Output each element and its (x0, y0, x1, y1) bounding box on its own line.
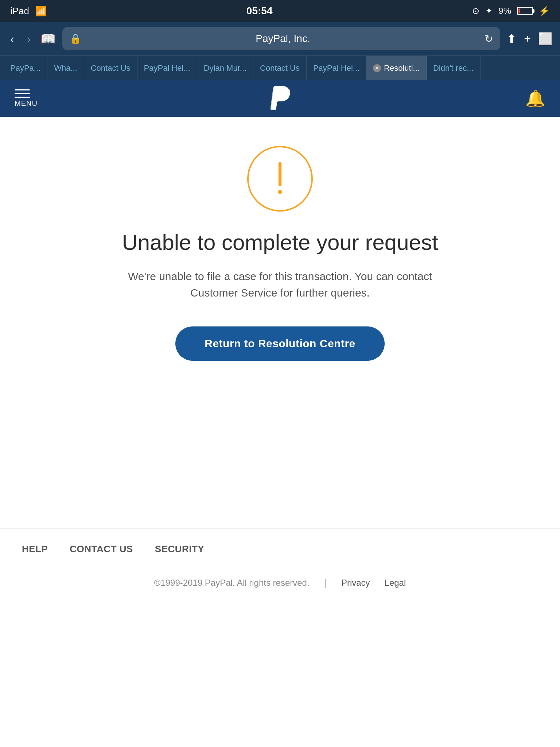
tab-2-label: Contact Us (91, 63, 131, 73)
footer-legal-link[interactable]: Legal (385, 578, 406, 588)
tab-resolution-active[interactable]: ✕ Resoluti... (366, 56, 427, 80)
main-content: Unable to complete your request We're un… (0, 117, 560, 529)
tab-6-label: PayPal Hel... (313, 63, 359, 73)
tabs-bar: PayPa... Wha... Contact Us PayPal Hel...… (0, 55, 560, 80)
error-title: Unable to complete your request (122, 230, 438, 255)
wifi-icon: 📶 (35, 5, 47, 17)
device-label: iPad (10, 5, 29, 17)
reload-button[interactable]: ↻ (485, 33, 493, 45)
menu-button[interactable] (15, 89, 30, 98)
back-button[interactable]: ‹ (7, 30, 17, 47)
tabs-button[interactable]: ⬜ (538, 32, 553, 46)
battery-indicator (517, 7, 533, 15)
warning-icon (247, 146, 313, 212)
footer-links: HELP CONTACT US SECURITY (22, 543, 538, 555)
tab-0[interactable]: PayPa... (4, 56, 47, 80)
footer-help-link[interactable]: HELP (22, 543, 48, 555)
battery-bar (517, 7, 533, 15)
tab-4-label: Dylan Mur... (204, 63, 246, 73)
forward-button[interactable]: › (24, 30, 34, 47)
bookmarks-button[interactable]: 📖 (40, 31, 56, 46)
tab-7-label: Resoluti... (384, 63, 420, 73)
status-bar: iPad 📶 05:54 ⊙ ✦ 9% ⚡ (0, 0, 560, 22)
menu-line-1 (15, 89, 30, 90)
svg-point-1 (278, 190, 282, 194)
menu-container: MENU (15, 89, 38, 108)
tab-3[interactable]: PayPal Hel... (137, 56, 197, 80)
footer-separator: | (324, 577, 327, 589)
tab-8[interactable]: Didn't rec... (427, 56, 481, 80)
url-text: PayPal, Inc. (86, 33, 481, 44)
bolt-icon: ⚡ (539, 6, 550, 16)
battery-percent: 9% (498, 6, 511, 16)
return-resolution-button[interactable]: Return to Resolution Centre (175, 326, 385, 361)
status-right: ⊙ ✦ 9% ⚡ (472, 6, 550, 16)
browser-actions: ⬆ + ⬜ (507, 32, 553, 46)
tab-1[interactable]: Wha... (47, 56, 84, 80)
tab-4[interactable]: Dylan Mur... (197, 56, 253, 80)
tab-8-label: Didn't rec... (433, 63, 474, 73)
tab-contact-us-2[interactable]: Contact Us (253, 56, 307, 80)
error-description: We're unable to file a case for this tra… (116, 268, 444, 301)
status-time: 05:54 (246, 5, 273, 17)
menu-line-2 (15, 93, 30, 94)
browser-chrome: ‹ › 📖 🔒 PayPal, Inc. ↻ ⬆ + ⬜ (0, 22, 560, 55)
paypal-nav: MENU 🔔 (0, 80, 560, 117)
tab-0-label: PayPa... (10, 63, 40, 73)
footer: HELP CONTACT US SECURITY ©1999-2019 PayP… (0, 529, 560, 603)
footer-privacy-link[interactable]: Privacy (341, 578, 370, 588)
footer-security-link[interactable]: SECURITY (155, 543, 204, 555)
address-bar[interactable]: 🔒 PayPal, Inc. ↻ (62, 27, 501, 50)
status-left: iPad 📶 (10, 5, 47, 17)
lock-icon: 🔒 (70, 33, 81, 44)
tab-5-label: Contact Us (260, 63, 300, 73)
accessibility-icon: ⊙ (472, 6, 479, 16)
footer-bottom: ©1999-2019 PayPal. All rights reserved. … (22, 577, 538, 603)
share-button[interactable]: ⬆ (507, 32, 517, 46)
footer-copyright: ©1999-2019 PayPal. All rights reserved. (154, 578, 310, 588)
tab-3-label: PayPal Hel... (144, 63, 190, 73)
tab-close-icon[interactable]: ✕ (373, 64, 381, 72)
tab-1-label: Wha... (54, 63, 77, 73)
menu-line-3 (15, 97, 30, 98)
notifications-button[interactable]: 🔔 (525, 89, 545, 108)
footer-divider (22, 566, 538, 566)
tab-6[interactable]: PayPal Hel... (307, 56, 366, 80)
tab-contact-us-1[interactable]: Contact Us (84, 56, 137, 80)
new-tab-button[interactable]: + (524, 32, 531, 46)
bluetooth-icon: ✦ (485, 6, 493, 16)
paypal-logo (269, 86, 294, 111)
footer-contact-link[interactable]: CONTACT US (70, 543, 133, 555)
menu-label: MENU (15, 99, 38, 108)
battery-fill (518, 8, 520, 13)
footer-legal-links: Privacy Legal (341, 578, 406, 588)
